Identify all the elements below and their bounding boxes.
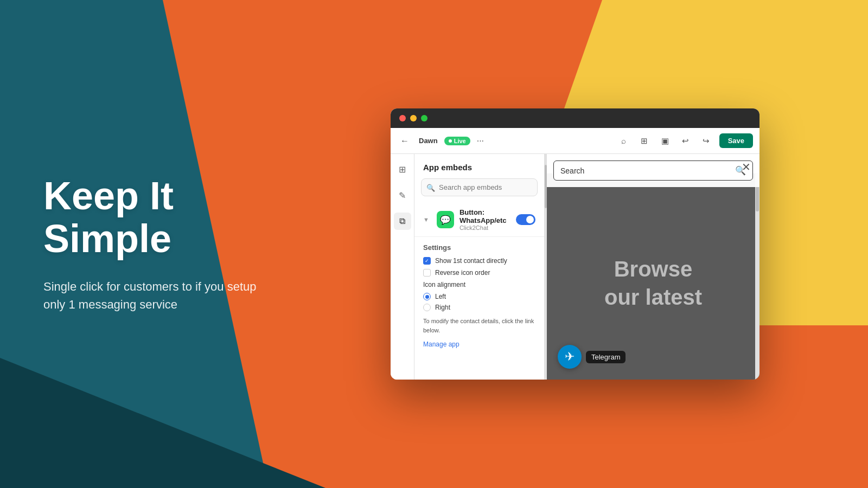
search-input[interactable] [421, 178, 538, 196]
live-badge: Live [444, 137, 470, 145]
preview-toolbar-button[interactable]: ▣ [658, 133, 673, 149]
checkbox-row-2: Reverse icon order [423, 269, 535, 277]
checkbox-row-1: Show 1st contact directly [423, 257, 535, 265]
radio-left[interactable] [423, 293, 431, 300]
settings-title: Settings [423, 243, 535, 252]
checkbox-label-1: Show 1st contact directly [435, 257, 507, 265]
sidebar-icons: ⊞ ✎ ⧉ [391, 154, 414, 380]
app-info: Button: WhatsApp/etc Click2Chat [459, 208, 510, 231]
whatsapp-icon: 💬 [440, 215, 451, 225]
telegram-icon: ✈ [558, 345, 582, 369]
panel-title: App embeds [414, 154, 544, 178]
close-dot[interactable] [399, 115, 406, 121]
helper-text: To modify the contact details, click the… [423, 317, 535, 335]
search-bar-preview[interactable]: Search 🔍 [553, 160, 753, 181]
radio-label-left: Left [435, 293, 446, 300]
minimize-dot[interactable] [410, 115, 417, 121]
search-icon: 🔍 [426, 183, 435, 191]
checkbox-label-2: Reverse icon order [435, 269, 490, 277]
title-bar [391, 108, 760, 128]
traffic-lights [399, 115, 427, 121]
radio-row-left: Left [423, 293, 535, 300]
search-bar-text: Search [560, 166, 731, 175]
store-name: Dawn [419, 137, 438, 145]
close-search-button[interactable]: ✕ [742, 160, 751, 174]
app-name: Button: WhatsApp/etc [459, 208, 510, 224]
app-sub: Click2Chat [459, 224, 510, 231]
checkbox-reverse-icon[interactable] [423, 269, 431, 277]
search-box: 🔍 [421, 178, 538, 196]
telegram-button[interactable]: ✈ Telegram [558, 345, 626, 369]
live-indicator-dot [449, 139, 452, 143]
sub-heading: Single click for customers to if you set… [43, 278, 271, 313]
search-overlay: Search 🔍 ✕ [547, 154, 760, 187]
back-button[interactable]: ← [397, 133, 412, 149]
sidebar-icon-grid[interactable]: ⊞ [394, 160, 411, 178]
left-panel: App embeds 🔍 ▼ 💬 Button: WhatsApp/etc [414, 154, 545, 380]
toolbar-right: ⌕ ⊞ ▣ ↩ ↪ Save [616, 133, 753, 149]
more-button[interactable]: ··· [477, 136, 484, 146]
browse-text: Browseour latest [604, 255, 702, 311]
radio-label-right: Right [435, 304, 450, 311]
checkbox-show-first-contact[interactable] [423, 257, 431, 265]
undo-button[interactable]: ↩ [678, 133, 693, 149]
app-icon: 💬 [437, 211, 454, 228]
icon-alignment-label: Icon alignment [423, 281, 535, 288]
maximize-dot[interactable] [421, 115, 427, 121]
toolbar: ← Dawn Live ··· ⌕ ⊞ ▣ ↩ ↪ Save [391, 128, 760, 154]
app-item-whatsapp: ▼ 💬 Button: WhatsApp/etc Click2Chat [414, 203, 544, 237]
left-text-section: Keep It Simple Single click for customer… [43, 175, 326, 313]
chevron-icon: ▼ [423, 216, 429, 223]
settings-section: Settings Show 1st contact directly Rever… [414, 237, 544, 355]
save-button[interactable]: Save [719, 133, 753, 148]
redo-button[interactable]: ↪ [699, 133, 714, 149]
telegram-label: Telegram [586, 351, 626, 363]
manage-app-link[interactable]: Manage app [423, 341, 459, 348]
select-toolbar-button[interactable]: ⊞ [637, 133, 652, 149]
radio-right[interactable] [423, 304, 431, 311]
toolbar-left: ← Dawn Live ··· [397, 133, 610, 149]
main-heading: Keep It Simple [43, 175, 326, 260]
editor-window-container: ← Dawn Live ··· ⌕ ⊞ ▣ ↩ ↪ Save [326, 108, 825, 380]
app-toggle[interactable] [516, 214, 535, 225]
main-area: ⊞ ✎ ⧉ App embeds 🔍 ▼ 💬 [391, 154, 760, 380]
right-scrollbar [755, 174, 760, 380]
search-toolbar-button[interactable]: ⌕ [616, 133, 631, 149]
window-frame: ← Dawn Live ··· ⌕ ⊞ ▣ ↩ ↪ Save [391, 108, 760, 380]
preview-area: Welcome to our store Search 🔍 ✕ Browseou… [547, 154, 760, 380]
sidebar-icon-brush[interactable]: ✎ [394, 187, 411, 204]
sidebar-icon-blocks[interactable]: ⧉ [394, 213, 411, 230]
content-layer: Keep It Simple Single click for customer… [0, 0, 868, 488]
radio-row-right: Right [423, 304, 535, 311]
